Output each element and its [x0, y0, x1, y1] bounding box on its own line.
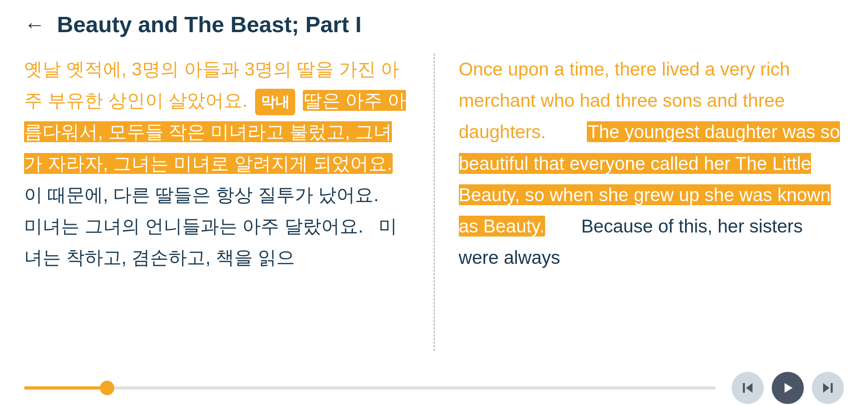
badge-youngest: 막내: [255, 89, 295, 115]
header: ← Beauty and The Beast; Part I: [0, 0, 868, 45]
korean-text-2: 이 때문에, 다른 딸들은 항상 질투가 났어요.: [24, 184, 379, 205]
next-icon: [821, 382, 834, 394]
player-controls: [0, 370, 868, 406]
play-button[interactable]: [772, 372, 804, 404]
playback-controls: [732, 372, 844, 404]
prev-icon: [741, 382, 754, 394]
svg-marker-3: [823, 383, 829, 393]
back-button[interactable]: ←: [24, 14, 45, 35]
prev-button[interactable]: [732, 372, 764, 404]
page-title: Beauty and The Beast; Part I: [57, 11, 361, 37]
content-area: 옛날 옛적에, 3명의 아들과 3명의 딸을 가진 아주 부유한 상인이 살았어…: [0, 45, 868, 351]
play-icon: [781, 382, 794, 394]
korean-text-3: 미녀는 그녀의 언니들과는 아주 달랐어요. 미녀는 착하고, 겸손하고, 책을…: [24, 216, 397, 268]
svg-marker-0: [746, 383, 752, 393]
progress-fill: [24, 386, 107, 390]
progress-bar[interactable]: [24, 386, 716, 390]
english-panel: Once upon a time, there lived a very ric…: [434, 53, 844, 351]
next-button[interactable]: [812, 372, 844, 404]
svg-rect-1: [743, 383, 745, 393]
svg-marker-2: [785, 383, 793, 393]
progress-thumb[interactable]: [100, 381, 114, 395]
korean-panel: 옛날 옛적에, 3명의 아들과 3명의 딸을 가진 아주 부유한 상인이 살았어…: [24, 53, 434, 351]
svg-rect-4: [831, 383, 833, 393]
